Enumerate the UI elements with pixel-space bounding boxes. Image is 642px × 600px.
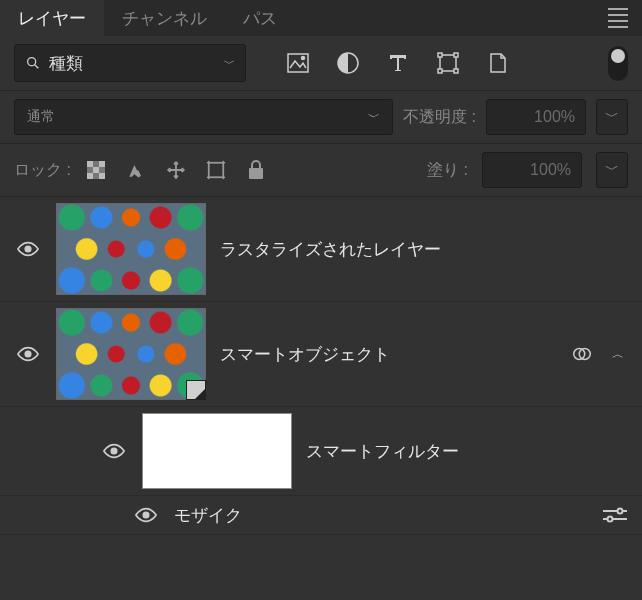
filter-shape-icon[interactable] bbox=[436, 51, 460, 75]
filter-type-icon[interactable] bbox=[386, 51, 410, 75]
chevron-down-icon: ﹀ bbox=[368, 109, 380, 126]
fill-label: 塗り : bbox=[427, 160, 468, 181]
svg-rect-15 bbox=[99, 173, 105, 179]
visibility-toggle[interactable] bbox=[14, 346, 42, 362]
svg-point-31 bbox=[608, 517, 613, 522]
filter-adjustment-icon[interactable] bbox=[336, 51, 360, 75]
svg-rect-13 bbox=[93, 167, 99, 173]
layer-row-smart-object[interactable]: スマートオブジェクト ︿ bbox=[0, 302, 642, 407]
opacity-label: 不透明度 : bbox=[403, 107, 476, 128]
expand-caret-icon[interactable]: ︿ bbox=[608, 346, 628, 363]
blend-opacity-row: 通常 ﹀ 不透明度 : 100% ﹀ bbox=[0, 91, 642, 144]
svg-point-22 bbox=[25, 246, 31, 252]
svg-line-1 bbox=[35, 65, 39, 69]
lock-position-icon[interactable] bbox=[165, 159, 187, 181]
filter-name[interactable]: モザイク bbox=[174, 504, 588, 527]
smart-filter-row-mosaic[interactable]: モザイク bbox=[0, 496, 642, 535]
svg-rect-6 bbox=[438, 53, 442, 57]
svg-point-27 bbox=[143, 512, 149, 518]
tab-channels[interactable]: チャンネル bbox=[104, 0, 225, 36]
svg-rect-16 bbox=[209, 163, 224, 178]
layer-thumbnail[interactable] bbox=[56, 203, 206, 295]
tab-paths[interactable]: パス bbox=[225, 0, 295, 36]
fill-input[interactable]: 100% bbox=[482, 152, 582, 188]
filter-toggle[interactable] bbox=[608, 46, 628, 81]
layer-name[interactable]: スマートオブジェクト bbox=[220, 343, 556, 366]
filter-smartobject-icon[interactable] bbox=[486, 51, 510, 75]
filter-blend-icon[interactable] bbox=[570, 342, 594, 366]
svg-rect-8 bbox=[438, 69, 442, 73]
layer-thumbnail[interactable] bbox=[56, 308, 206, 400]
visibility-toggle[interactable] bbox=[132, 507, 160, 523]
svg-rect-12 bbox=[99, 161, 105, 167]
smart-filters-header-row[interactable]: スマートフィルター bbox=[0, 407, 642, 496]
layer-name[interactable]: ラスタライズされたレイヤー bbox=[220, 238, 628, 261]
filter-icon-strip bbox=[286, 51, 510, 75]
filter-mask-thumbnail[interactable] bbox=[142, 413, 292, 489]
layer-filter-value: 種類 bbox=[49, 52, 83, 75]
lock-all-icon[interactable] bbox=[245, 159, 267, 181]
svg-rect-11 bbox=[87, 161, 93, 167]
blend-mode-value: 通常 bbox=[27, 108, 55, 126]
svg-rect-2 bbox=[288, 54, 308, 72]
smart-filters-label: スマートフィルター bbox=[306, 440, 628, 463]
tab-layers[interactable]: レイヤー bbox=[0, 0, 104, 36]
svg-point-23 bbox=[25, 351, 31, 357]
lock-transparency-icon[interactable] bbox=[85, 159, 107, 181]
lock-icon-group bbox=[85, 159, 267, 181]
lock-fill-row: ロック : 塗り : 100% bbox=[0, 144, 642, 197]
filter-pixel-icon[interactable] bbox=[286, 51, 310, 75]
svg-rect-9 bbox=[454, 69, 458, 73]
visibility-toggle[interactable] bbox=[14, 241, 42, 257]
svg-point-3 bbox=[302, 57, 305, 60]
opacity-dropdown-button[interactable]: ﹀ bbox=[596, 99, 628, 135]
opacity-input[interactable]: 100% bbox=[486, 99, 586, 135]
smart-object-badge-icon bbox=[186, 380, 206, 400]
layers-panel: レイヤー チャンネル パス 種類 ﹀ bbox=[0, 0, 642, 600]
layer-row-raster[interactable]: ラスタライズされたレイヤー bbox=[0, 197, 642, 302]
svg-point-29 bbox=[618, 509, 623, 514]
svg-rect-7 bbox=[454, 53, 458, 57]
toggle-knob bbox=[611, 49, 625, 63]
lock-image-icon[interactable] bbox=[125, 159, 147, 181]
svg-point-0 bbox=[28, 58, 36, 66]
svg-rect-21 bbox=[249, 168, 263, 179]
panel-menu-icon[interactable] bbox=[594, 0, 642, 36]
lock-label: ロック : bbox=[14, 160, 71, 181]
svg-rect-14 bbox=[87, 173, 93, 179]
layer-list: ラスタライズされたレイヤー スマートオブジェクト ︿ スマートフィルター bbox=[0, 197, 642, 600]
fill-dropdown-button[interactable]: ﹀ bbox=[596, 152, 628, 188]
search-icon bbox=[25, 55, 41, 71]
visibility-toggle[interactable] bbox=[100, 443, 128, 459]
chevron-down-icon: ﹀ bbox=[224, 56, 235, 71]
filter-row: 種類 ﹀ bbox=[0, 36, 642, 91]
layer-filter-select[interactable]: 種類 ﹀ bbox=[14, 44, 246, 82]
panel-tabs: レイヤー チャンネル パス bbox=[0, 0, 642, 36]
filter-options-icon[interactable] bbox=[602, 502, 628, 528]
lock-artboard-icon[interactable] bbox=[205, 159, 227, 181]
blend-mode-select[interactable]: 通常 ﹀ bbox=[14, 99, 393, 135]
svg-point-26 bbox=[111, 448, 117, 454]
